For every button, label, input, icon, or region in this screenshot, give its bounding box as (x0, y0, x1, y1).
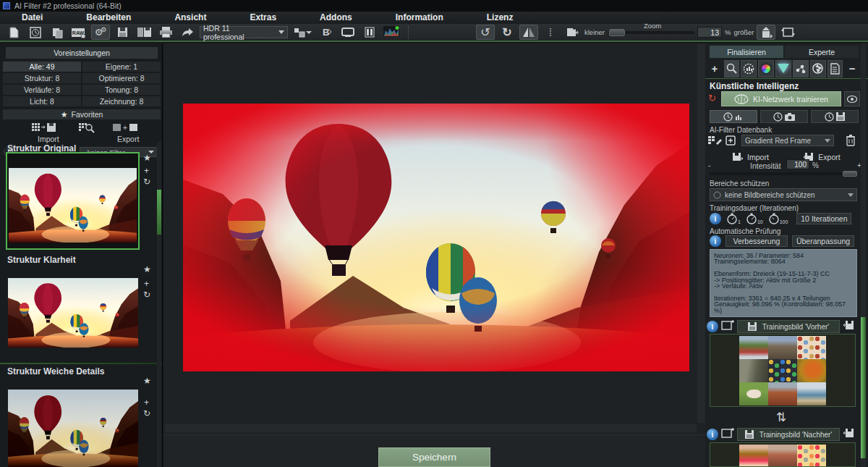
preset-search-grid-icon[interactable] (79, 122, 96, 136)
redo-icon[interactable]: ↻ (498, 25, 516, 40)
category-verlaeufe[interactable]: Verläufe: 8 (3, 85, 81, 95)
color-wheel-icon[interactable] (758, 60, 774, 77)
plot-browser-icon[interactable]: B (317, 25, 336, 40)
export-share-icon[interactable] (178, 25, 197, 40)
panel-columns-icon[interactable] (360, 25, 379, 40)
before-training-collage[interactable] (710, 334, 856, 407)
save-as-icon[interactable] (135, 25, 153, 40)
iterations-button[interactable]: 10 Iterationen (796, 213, 851, 224)
category-licht[interactable]: Licht: 8 (3, 96, 81, 106)
export-image-icon[interactable] (843, 428, 854, 441)
intensity-slider-knob[interactable] (843, 171, 857, 177)
sidebar-scrollbar[interactable] (157, 142, 161, 467)
add-filter-icon[interactable]: + (144, 279, 149, 288)
trash-icon[interactable] (846, 134, 856, 149)
canvas-vertical-scrollbar[interactable] (697, 43, 705, 423)
refresh-filter-icon[interactable]: ↻ (143, 290, 150, 299)
intensity-minus[interactable]: - (708, 161, 710, 169)
filter-item-label[interactable]: Struktur Weiche Details (7, 366, 104, 376)
panel-scrollbar[interactable] (861, 43, 866, 467)
split-view-icon[interactable]: ⁞ (541, 25, 560, 40)
menu-extras[interactable]: Extras (228, 12, 298, 24)
preview-eye-button[interactable] (844, 91, 860, 106)
after-image-button[interactable]: Trainingsbild 'Nachher' (737, 428, 840, 441)
category-eigene[interactable]: Eigene: 1 (82, 62, 161, 72)
favorite-star-icon[interactable]: ★ (143, 265, 151, 274)
aperture-icon[interactable] (810, 60, 826, 77)
favorites-bar[interactable]: ★ Favoriten (3, 109, 161, 119)
add-filter-icon[interactable]: + (144, 167, 149, 175)
stopwatch-1-icon[interactable]: 1 (727, 213, 741, 224)
dial-gauge-icon[interactable] (741, 60, 757, 77)
filter-thumbnail[interactable] (8, 278, 138, 348)
menu-datei[interactable]: Datei (0, 12, 64, 24)
batch-process-icon[interactable] (291, 25, 314, 40)
color-prism-icon[interactable] (775, 60, 791, 77)
export-image-icon[interactable] (843, 320, 854, 333)
crop-frame-icon[interactable] (563, 25, 582, 40)
copy-icon[interactable] (48, 25, 67, 40)
mode-history-button[interactable] (710, 110, 757, 123)
canvas-horizontal-scrollbar[interactable] (165, 424, 697, 432)
print-icon[interactable] (156, 25, 175, 40)
scrollbar-thumb[interactable] (157, 190, 161, 235)
category-alle[interactable]: Alle: 49 (3, 62, 81, 72)
menu-ansicht[interactable]: Ansicht (153, 12, 228, 24)
flip-horizontal-icon[interactable] (519, 25, 538, 40)
histogram-icon[interactable] (382, 25, 401, 40)
database-grid-icon[interactable] (708, 135, 723, 149)
info-icon[interactable]: i (710, 235, 721, 247)
retrain-icon[interactable]: ↻ (708, 93, 716, 104)
new-file-icon[interactable] (4, 25, 23, 40)
category-zeichnung[interactable]: Zeichnung: 8 (82, 96, 161, 106)
add-filter-icon[interactable]: + (144, 398, 149, 407)
filter-thumbnail-selected[interactable] (6, 152, 140, 250)
script-document-icon[interactable] (827, 60, 843, 77)
edited-image[interactable] (183, 104, 689, 371)
menu-bearbeiten[interactable]: Bearbeiten (64, 12, 153, 24)
after-training-collage[interactable] (710, 442, 856, 467)
before-image-button[interactable]: Trainingsbild 'Vorher' (737, 320, 840, 333)
overfitting-button[interactable]: Überanpassung (792, 235, 854, 247)
intensity-value-input[interactable]: 100 (786, 159, 809, 169)
node-graph-icon[interactable] (793, 60, 809, 77)
category-tonung[interactable]: Tonung: 8 (82, 85, 161, 95)
add-image-icon[interactable] (721, 427, 734, 442)
add-image-icon[interactable] (721, 319, 734, 334)
undo-icon[interactable]: ↺ (476, 25, 495, 40)
info-icon[interactable]: i (707, 429, 718, 440)
stopwatch-10-icon[interactable]: 10 (746, 213, 763, 224)
remove-panel-icon[interactable]: − (844, 60, 860, 77)
add-database-entry-icon[interactable] (726, 135, 738, 149)
category-optimieren[interactable]: Optimieren: 8 (82, 73, 161, 83)
magnifier-icon[interactable] (724, 60, 740, 77)
rotate-canvas-icon[interactable] (778, 25, 797, 40)
protect-areas-dropdown[interactable]: keine Bildbereiche schützen (710, 188, 857, 201)
menu-addons[interactable]: Addons (298, 12, 374, 24)
open-recent-icon[interactable] (26, 25, 45, 40)
favorite-star-icon[interactable]: ★ (143, 376, 151, 385)
intensity-slider[interactable] (710, 172, 857, 175)
monitor-icon[interactable] (339, 25, 357, 40)
scrollbar-thumb[interactable] (861, 317, 866, 458)
mode-snapshot-button[interactable] (760, 110, 808, 123)
menu-information[interactable]: Information (374, 12, 465, 24)
raw-import-icon[interactable]: RAW (69, 25, 88, 40)
refresh-filter-icon[interactable]: ↻ (143, 409, 150, 418)
tab-experte[interactable]: Experte (785, 46, 859, 58)
favorite-star-icon[interactable]: ★ (143, 153, 151, 162)
filter-item-label[interactable]: Struktur Klarheit (7, 255, 76, 265)
zoom-slider-knob[interactable] (609, 29, 625, 36)
swap-updown-icon[interactable]: ⇅ (776, 410, 785, 425)
preset-dropdown[interactable]: HDR 11 professional (200, 26, 288, 38)
tab-finalisieren[interactable]: Finalisieren (710, 46, 783, 58)
database-entry-dropdown[interactable]: Gradient Red Frame (741, 135, 834, 146)
train-network-button[interactable]: KI-Netzwerk trainieren (721, 91, 841, 106)
settings-gears-icon[interactable]: ⚙⚙ (91, 25, 110, 40)
presets-header[interactable]: Voreinstellungen (6, 47, 158, 59)
menu-lizenz[interactable]: Lizenz (465, 12, 535, 24)
info-icon[interactable]: i (710, 213, 721, 224)
fit-to-screen-icon[interactable] (757, 25, 775, 40)
improvement-button[interactable]: Verbesserung (726, 235, 788, 247)
refresh-filter-icon[interactable]: ↻ (143, 177, 150, 186)
